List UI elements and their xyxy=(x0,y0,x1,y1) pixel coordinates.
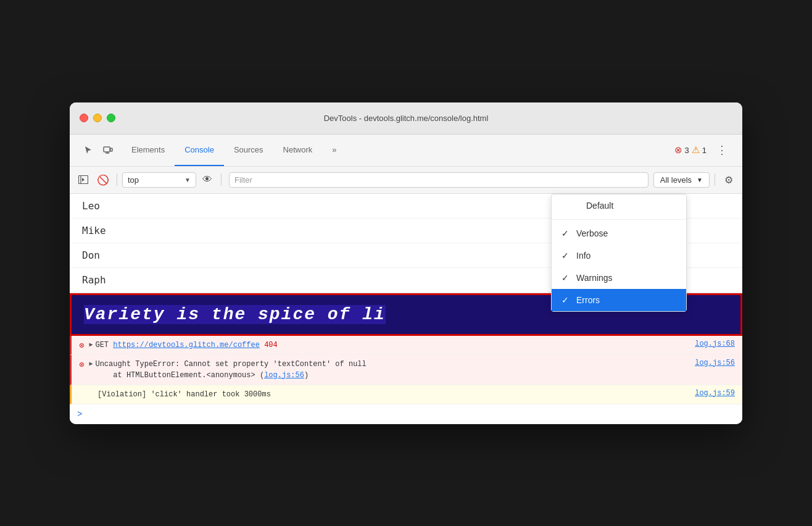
context-dropdown-arrow: ▼ xyxy=(184,177,191,183)
error-circle-icon: ⊗ xyxy=(674,144,682,156)
tab-elements[interactable]: Elements xyxy=(122,135,175,166)
log-source-1[interactable]: log.js:68 xyxy=(685,340,735,348)
dropdown-item-warnings[interactable]: ✓ Warnings xyxy=(552,267,686,289)
dropdown-label-verbose: Verbose xyxy=(576,228,608,238)
svg-rect-0 xyxy=(104,147,110,152)
console-toolbar: 🚫 top ▼ 👁 All levels ▼ ⚙ Default ✓ Verbo… xyxy=(70,167,742,194)
type-error-trace: at HTMLButtonElement.<anonymous> (log.js… xyxy=(95,370,685,381)
levels-dropdown: Default ✓ Verbose ✓ Info ✓ Warnings ✓ Er… xyxy=(551,194,687,312)
toolbar-divider-1 xyxy=(117,173,117,186)
type-error-message: Uncaught TypeError: Cannot set property … xyxy=(95,359,685,370)
dropdown-label-errors: Errors xyxy=(576,295,600,305)
console-log: ⊗ ▶ GET https://devtools.glitch.me/coffe… xyxy=(70,336,742,424)
dropdown-item-verbose[interactable]: ✓ Verbose xyxy=(552,222,686,244)
clear-console-button[interactable]: 🚫 xyxy=(94,171,112,188)
title-bar: DevTools - devtools.glitch.me/console/lo… xyxy=(70,102,742,135)
dropdown-item-errors[interactable]: ✓ Errors xyxy=(552,289,686,311)
prompt-symbol: > xyxy=(77,409,82,419)
svg-marker-6 xyxy=(82,178,85,182)
check-icon-verbose: ✓ xyxy=(561,228,571,238)
dropdown-label-default: Default xyxy=(586,201,613,211)
dropdown-label-info: Info xyxy=(576,251,590,261)
banner-text: Variety is the spice of li xyxy=(84,305,386,324)
tab-sources[interactable]: Sources xyxy=(224,135,273,166)
tab-console[interactable]: Console xyxy=(175,135,224,166)
window-title: DevTools - devtools.glitch.me/console/lo… xyxy=(324,114,489,123)
coffee-url-link[interactable]: https://devtools.glitch.me/coffee xyxy=(113,341,260,349)
devtools-window: DevTools - devtools.glitch.me/console/lo… xyxy=(70,102,742,424)
tab-bar-right: ⊗ 3 ⚠ 1 ⋮ xyxy=(674,135,737,166)
log-entry-violation: [Violation] 'click' handler took 3000ms … xyxy=(70,385,742,404)
check-icon-info: ✓ xyxy=(561,251,571,261)
log-text-2: Uncaught TypeError: Cannot set property … xyxy=(95,359,685,381)
check-icon-errors: ✓ xyxy=(561,295,571,305)
tab-bar-icons xyxy=(75,135,122,166)
expand-icon-2[interactable]: ▶ xyxy=(89,360,93,367)
dropdown-label-warnings: Warnings xyxy=(576,273,613,283)
log-source-3[interactable]: log.js:59 xyxy=(685,389,735,398)
log-source-2[interactable]: log.js:56 xyxy=(685,359,735,367)
levels-label: All levels xyxy=(660,175,692,185)
error-circle-icon-2: ⊗ xyxy=(79,359,84,370)
error-circle-icon-1: ⊗ xyxy=(79,340,84,351)
warning-icon: ⚠ xyxy=(692,144,700,156)
maximize-button[interactable] xyxy=(107,114,115,122)
log-entry-type-error: ⊗ ▶ Uncaught TypeError: Cannot set prope… xyxy=(70,355,742,385)
eye-icon[interactable]: 👁 xyxy=(199,171,216,188)
error-count: 3 xyxy=(685,146,689,155)
log-entry-get-error: ⊗ ▶ GET https://devtools.glitch.me/coffe… xyxy=(70,336,742,355)
tab-network[interactable]: Network xyxy=(273,135,323,166)
tab-bar: Elements Console Sources Network » ⊗ 3 ⚠… xyxy=(70,135,742,167)
tab-more[interactable]: » xyxy=(322,135,346,166)
console-prompt[interactable]: > xyxy=(70,404,742,424)
http-error-code: 404 xyxy=(264,341,278,349)
dropdown-item-default[interactable]: Default xyxy=(552,194,686,217)
device-icon[interactable] xyxy=(99,141,117,159)
warning-count: 1 xyxy=(702,146,706,155)
devtools-menu-button[interactable]: ⋮ xyxy=(711,141,732,159)
toolbar-divider-3 xyxy=(715,173,715,186)
context-value: top xyxy=(128,175,139,185)
toolbar-divider-2 xyxy=(221,173,222,186)
cursor-icon[interactable] xyxy=(80,141,97,159)
levels-button[interactable]: All levels ▼ xyxy=(653,172,710,188)
context-selector[interactable]: top ▼ xyxy=(122,172,196,188)
minimize-button[interactable] xyxy=(93,114,102,122)
log-text-3: [Violation] 'click' handler took 3000ms xyxy=(97,389,685,400)
expand-icon-1[interactable]: ▶ xyxy=(89,341,93,348)
filter-input[interactable] xyxy=(229,172,648,188)
log-link-2[interactable]: log.js:56 xyxy=(264,371,304,380)
error-badge: ⊗ 3 ⚠ 1 xyxy=(674,144,706,156)
traffic-lights xyxy=(80,114,115,122)
log-text-1: GET https://devtools.glitch.me/coffee 40… xyxy=(95,340,685,351)
settings-button[interactable]: ⚙ xyxy=(720,171,737,188)
dropdown-divider xyxy=(552,219,686,220)
dropdown-item-info[interactable]: ✓ Info xyxy=(552,244,686,267)
check-icon-warnings: ✓ xyxy=(561,273,571,283)
sidebar-toggle-button[interactable] xyxy=(75,171,92,188)
close-button[interactable] xyxy=(80,114,88,122)
svg-rect-1 xyxy=(110,148,112,151)
levels-dropdown-arrow: ▼ xyxy=(697,177,703,183)
